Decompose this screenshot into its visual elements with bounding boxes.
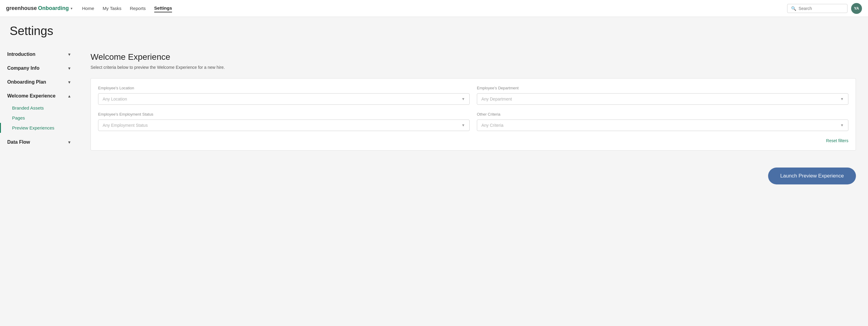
sidebar-item-introduction[interactable]: Introduction ▼ [0, 48, 79, 61]
filter-row-2: Employee's Employment Status Any Employm… [98, 112, 848, 131]
filter-select-department-chevron: ▼ [840, 97, 844, 101]
top-navigation: greenhouse Onboarding ▾ Home My Tasks Re… [0, 0, 868, 17]
welcome-experience-subtitle: Select criteria below to preview the Wel… [91, 65, 856, 70]
reset-filters-link[interactable]: Reset filters [98, 138, 848, 143]
sidebar-item-data-flow-chevron: ▼ [67, 140, 71, 145]
page-container: Settings Introduction ▼ Company Info ▼ O… [0, 17, 868, 192]
brand-chevron-icon: ▾ [71, 6, 72, 10]
filter-group-location: Employee's Location Any Location ▼ [98, 86, 470, 105]
filter-select-location[interactable]: Any Location ▼ [98, 93, 470, 105]
sidebar-item-welcome-experience[interactable]: Welcome Experience ▲ [0, 89, 79, 103]
sidebar-item-company-info-label: Company Info [7, 65, 39, 71]
search-box[interactable]: 🔍 [787, 4, 847, 13]
search-input[interactable] [799, 6, 843, 11]
filter-group-department: Employee's Department Any Department ▼ [477, 86, 848, 105]
brand-logo[interactable]: greenhouse Onboarding ▾ [6, 5, 72, 11]
filter-select-other-criteria[interactable]: Any Criteria ▼ [477, 120, 848, 131]
filter-select-employment-status-chevron: ▼ [462, 123, 465, 127]
filter-label-location: Employee's Location [98, 86, 470, 90]
sidebar-item-welcome-experience-label: Welcome Experience [7, 93, 56, 99]
main-content: Welcome Experience Select criteria below… [79, 42, 868, 160]
nav-right: 🔍 YA [787, 3, 862, 14]
sidebar-sub-welcome-experience: Branded Assets Pages Preview Experiences [0, 103, 79, 135]
filter-select-other-criteria-chevron: ▼ [840, 123, 844, 127]
filter-group-employment-status: Employee's Employment Status Any Employm… [98, 112, 470, 131]
filter-select-employment-status-value: Any Employment Status [103, 123, 148, 128]
filter-label-employment-status: Employee's Employment Status [98, 112, 470, 117]
filter-label-other-criteria: Other Criteria [477, 112, 848, 117]
filter-select-location-chevron: ▼ [462, 97, 465, 101]
nav-home[interactable]: Home [82, 4, 94, 12]
content-area: Introduction ▼ Company Info ▼ Onboarding… [0, 42, 868, 160]
nav-reports[interactable]: Reports [130, 4, 146, 12]
sidebar-item-introduction-chevron: ▼ [67, 52, 71, 57]
avatar[interactable]: YA [851, 3, 862, 14]
sidebar-item-onboarding-plan-label: Onboarding Plan [7, 79, 46, 85]
sidebar-sub-item-branded-assets[interactable]: Branded Assets [0, 103, 79, 113]
nav-links: Home My Tasks Reports Settings [82, 4, 777, 12]
sidebar-item-company-info[interactable]: Company Info ▼ [0, 61, 79, 75]
page-header: Settings [0, 17, 868, 42]
sidebar: Introduction ▼ Company Info ▼ Onboarding… [0, 42, 79, 160]
filter-panel: Employee's Location Any Location ▼ Emplo… [91, 78, 856, 151]
sidebar-sub-item-preview-experiences[interactable]: Preview Experiences [0, 123, 79, 133]
launch-preview-experience-button[interactable]: Launch Preview Experience [768, 168, 856, 184]
filter-label-department: Employee's Department [477, 86, 848, 90]
sidebar-item-onboarding-plan[interactable]: Onboarding Plan ▼ [0, 75, 79, 89]
nav-my-tasks[interactable]: My Tasks [103, 4, 121, 12]
search-icon: 🔍 [791, 6, 796, 11]
sidebar-sub-item-pages[interactable]: Pages [0, 113, 79, 123]
sidebar-item-company-info-chevron: ▼ [67, 66, 71, 71]
page-title: Settings [10, 24, 858, 38]
filter-select-employment-status[interactable]: Any Employment Status ▼ [98, 120, 470, 131]
filter-row-1: Employee's Location Any Location ▼ Emplo… [98, 86, 848, 105]
filter-select-location-value: Any Location [103, 97, 127, 101]
welcome-experience-title: Welcome Experience [91, 52, 856, 62]
sidebar-item-data-flow-label: Data Flow [7, 140, 30, 145]
brand-greenhouse-text: greenhouse [6, 5, 37, 11]
brand-onboarding-text: Onboarding [38, 5, 69, 11]
launch-area: Launch Preview Experience [0, 160, 868, 192]
filter-group-other-criteria: Other Criteria Any Criteria ▼ [477, 112, 848, 131]
filter-select-department[interactable]: Any Department ▼ [477, 93, 848, 105]
sidebar-item-welcome-experience-chevron: ▲ [67, 94, 71, 98]
sidebar-item-onboarding-plan-chevron: ▼ [67, 80, 71, 85]
sidebar-item-data-flow[interactable]: Data Flow ▼ [0, 135, 79, 149]
nav-settings[interactable]: Settings [154, 4, 172, 12]
filter-select-other-criteria-value: Any Criteria [482, 123, 503, 128]
filter-select-department-value: Any Department [482, 97, 512, 101]
sidebar-item-introduction-label: Introduction [7, 52, 35, 57]
